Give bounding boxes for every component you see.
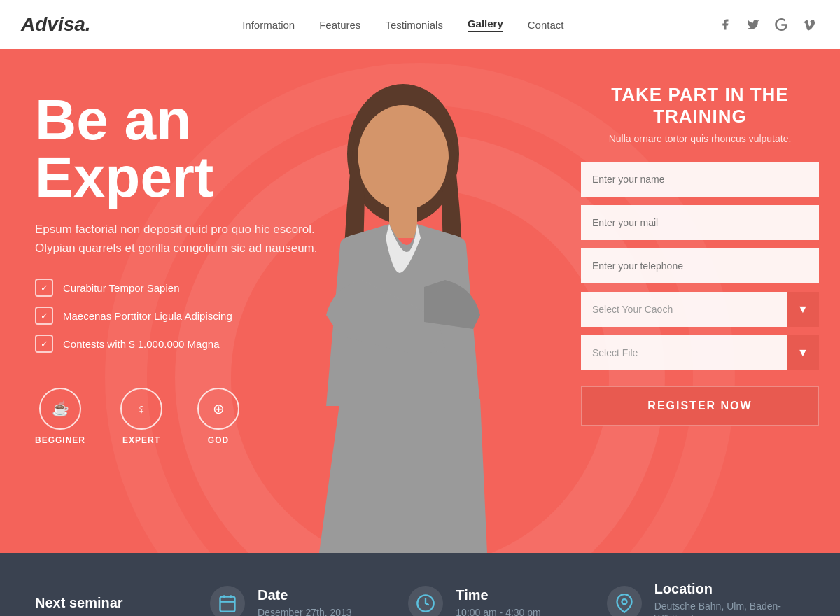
expert-label: EXPERT: [122, 435, 160, 445]
nav-contact[interactable]: Contact: [528, 19, 564, 31]
hero-right: TAKE PART IN THE TRAINING Nulla ornare t…: [560, 49, 840, 553]
phone-group: [581, 248, 819, 284]
god-label: GOD: [208, 435, 229, 445]
logo: Advisa.: [21, 13, 91, 36]
clock-icon: [408, 586, 443, 617]
seminar-time-item: Time 10:00 am - 4:30 pm: [408, 586, 606, 617]
location-content: Location Deutsche Bahn, Ulm, Baden-Württ…: [654, 581, 805, 616]
time-value: 10:00 am - 4:30 pm: [456, 607, 540, 616]
seminar-info: Date Desember 27th, 2013 Time 10:00 am -…: [210, 581, 805, 616]
header: Advisa. Information Features Testimonial…: [0, 0, 840, 49]
nav-information[interactable]: Information: [242, 19, 295, 31]
nav-gallery[interactable]: Gallery: [468, 18, 503, 32]
svg-point-8: [622, 599, 626, 604]
level-god: ⊕ GOD: [197, 388, 239, 445]
register-button[interactable]: REGISTER NOW: [581, 386, 819, 426]
nav-features[interactable]: Features: [319, 19, 360, 31]
mail-group: [581, 205, 819, 240]
beginner-label: BEGGINER: [35, 435, 85, 445]
date-value: Desember 27th, 2013: [258, 607, 352, 616]
check-icon-3: ✓: [35, 335, 53, 353]
file-select[interactable]: Select File: [581, 335, 819, 370]
location-icon: [607, 586, 642, 617]
level-beginner: ☕ BEGGINER: [35, 388, 85, 445]
seminar-location-item: Location Deutsche Bahn, Ulm, Baden-Württ…: [607, 581, 805, 616]
bottom-bar: Next seminar Date Desember 27th, 2013: [0, 553, 840, 616]
svg-point-1: [358, 105, 449, 210]
file-group: Select File ▼: [581, 335, 819, 370]
twitter-icon[interactable]: [743, 15, 763, 34]
name-group: [581, 162, 819, 197]
seminar-date-item: Date Desember 27th, 2013: [210, 586, 408, 617]
nav: Information Features Testimonials Galler…: [242, 18, 564, 32]
coach-select-wrap: Select Your Caoch ▼: [581, 292, 819, 327]
form-title: TAKE PART IN THE TRAINING: [581, 84, 819, 127]
name-input[interactable]: [581, 162, 819, 197]
google-plus-icon[interactable]: [771, 15, 791, 34]
phone-input[interactable]: [581, 248, 819, 284]
time-label: Time: [456, 587, 540, 603]
hero-section: Be an Expert Epsum factorial non deposit…: [0, 49, 840, 553]
beginner-icon: ☕: [39, 388, 81, 430]
level-expert: ♀ EXPERT: [120, 388, 162, 445]
mail-input[interactable]: [581, 205, 819, 240]
coach-group: Select Your Caoch ▼: [581, 292, 819, 327]
social-icons: [715, 15, 819, 34]
calendar-icon: [210, 586, 245, 617]
nav-testimonials[interactable]: Testimonials: [385, 19, 443, 31]
hero-person: [277, 49, 529, 553]
location-value: Deutsche Bahn, Ulm, Baden-Württemberg: [654, 601, 781, 616]
date-label: Date: [258, 587, 352, 603]
check-icon-1: ✓: [35, 279, 53, 297]
svg-rect-3: [220, 596, 235, 611]
file-select-wrap: Select File ▼: [581, 335, 819, 370]
facebook-icon[interactable]: [715, 15, 735, 34]
god-icon: ⊕: [197, 388, 239, 430]
coach-select[interactable]: Select Your Caoch: [581, 292, 819, 327]
location-label: Location: [654, 581, 805, 597]
check-icon-2: ✓: [35, 307, 53, 325]
form-subtitle: Nulla ornare tortor quis rhoncus vulputa…: [581, 133, 819, 144]
date-content: Date Desember 27th, 2013: [258, 587, 352, 616]
next-seminar-label: Next seminar: [35, 595, 210, 611]
expert-icon: ♀: [120, 388, 162, 430]
time-content: Time 10:00 am - 4:30 pm: [456, 587, 540, 616]
vimeo-icon[interactable]: [799, 15, 819, 34]
